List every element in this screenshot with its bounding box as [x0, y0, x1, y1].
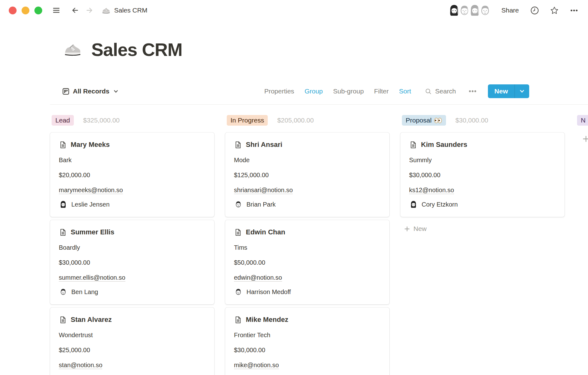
card-title-row: Shri Ansari	[234, 140, 381, 149]
amount-field[interactable]: $25,000.00	[59, 346, 205, 354]
card-stan-alvarez[interactable]: Stan Alvarez Wondertrust $25,000.00 stan…	[50, 308, 214, 375]
amount-field[interactable]: $20,000.00	[59, 171, 205, 179]
card-summer-ellis[interactable]: Summer Ellis Boardly $30,000.00 summer.e…	[50, 220, 214, 304]
owner-field[interactable]: Brian Park	[234, 200, 381, 209]
email-field: shriansari@notion.so	[234, 186, 381, 194]
owner-name: Harrison Medoff	[246, 288, 291, 296]
card-title-row: Mike Mendez	[234, 315, 381, 324]
amount-field[interactable]: $50,000.00	[234, 258, 381, 267]
updates-button[interactable]	[530, 6, 539, 15]
amount-field[interactable]: $30,000.00	[59, 258, 205, 267]
card-name[interactable]: Stan Alvarez	[71, 315, 112, 324]
board-column-proposal: Proposal $30,000.00 Kim Saunders Summly …	[400, 114, 565, 232]
subgroup-menu-item[interactable]: Sub-group	[333, 88, 364, 95]
presence-avatar-4[interactable]	[478, 3, 492, 17]
minimize-window-button[interactable]	[22, 7, 29, 14]
card-title-row: Mary Meeks	[59, 140, 205, 149]
column-sum: $325,000.00	[83, 117, 120, 124]
toolbar-divider	[50, 104, 588, 105]
back-button[interactable]	[69, 4, 81, 16]
favorite-button[interactable]	[550, 6, 559, 15]
page-title[interactable]: Sales CRM	[91, 39, 182, 60]
column-header: Proposal $30,000.00	[400, 114, 565, 127]
company-field[interactable]: Frontier Tech	[234, 331, 381, 339]
status-badge-in-progress[interactable]: In Progress	[227, 115, 268, 126]
new-record-button[interactable]: New	[488, 84, 529, 98]
view-options-button[interactable]	[468, 87, 477, 96]
new-button-label[interactable]: New	[488, 84, 514, 98]
card-name[interactable]: Kim Saunders	[421, 140, 467, 149]
sidebar-menu-button[interactable]	[50, 4, 62, 16]
page-icon	[234, 141, 242, 149]
page-icon	[234, 316, 242, 324]
breadcrumb-title: Sales CRM	[114, 7, 147, 14]
view-name: All Records	[73, 88, 109, 95]
email-link[interactable]: stan@notion.so	[59, 362, 102, 369]
page-icon	[234, 228, 242, 236]
email-link[interactable]: ks12@notion.so	[409, 187, 454, 194]
owner-name: Brian Park	[246, 200, 276, 209]
owner-name: Ben Lang	[71, 288, 98, 296]
owner-field[interactable]: Leslie Jensen	[59, 200, 205, 209]
chevron-down-icon	[519, 88, 525, 94]
new-button-dropdown[interactable]	[515, 84, 529, 98]
kanban-board: Lead $325,000.00 Mary Meeks Bark $20,000…	[50, 114, 588, 375]
share-button[interactable]: Share	[501, 7, 519, 14]
company-field[interactable]: Tims	[234, 243, 381, 252]
add-card-label: New	[413, 225, 427, 232]
card-mary-meeks[interactable]: Mary Meeks Bark $20,000.00 marymeeks@not…	[50, 132, 214, 217]
properties-menu-item[interactable]: Properties	[264, 88, 294, 95]
close-window-button[interactable]	[9, 7, 17, 14]
badge-label: Proposal	[406, 116, 432, 125]
email-link[interactable]: marymeeks@notion.so	[59, 187, 123, 194]
card-name[interactable]: Mike Mendez	[246, 315, 288, 324]
email-link[interactable]: shriansari@notion.so	[234, 187, 293, 194]
avatar-leslie-jensen	[59, 200, 68, 209]
company-field[interactable]: Boardly	[59, 243, 205, 252]
avatar-harrison-medoff	[234, 288, 243, 296]
company-field[interactable]: Summly	[409, 156, 556, 164]
add-card-button[interactable]: New	[404, 225, 565, 232]
company-field[interactable]: Mode	[234, 156, 381, 164]
email-link[interactable]: summer.ellis@notion.so	[59, 274, 125, 282]
group-menu-item[interactable]: Group	[305, 88, 323, 95]
page-icon	[409, 141, 417, 149]
add-card-button[interactable]	[582, 135, 588, 142]
view-settings-menu: Properties Group Sub-group Filter Sort	[264, 88, 411, 95]
card-name[interactable]: Mary Meeks	[71, 140, 110, 149]
avatar-ben-lang	[59, 288, 68, 296]
status-badge-clipped[interactable]: N	[577, 115, 588, 126]
card-edwin-chan[interactable]: Edwin Chan Tims $50,000.00 edwin@notion.…	[225, 220, 389, 304]
search-button[interactable]: Search	[425, 88, 456, 95]
owner-field[interactable]: Cory Etzkorn	[409, 200, 556, 209]
amount-field[interactable]: $125,000.00	[234, 171, 381, 179]
view-switcher[interactable]: All Records	[62, 88, 119, 95]
email-field: ks12@notion.so	[409, 186, 556, 194]
owner-field[interactable]: Harrison Medoff	[234, 288, 381, 296]
forward-button[interactable]	[84, 4, 95, 16]
card-mike-mendez[interactable]: Mike Mendez Frontier Tech $30,000.00 mik…	[225, 308, 389, 375]
owner-field[interactable]: Ben Lang	[59, 288, 205, 296]
status-badge-proposal[interactable]: Proposal	[402, 115, 446, 126]
card-title-row: Kim Saunders	[409, 140, 556, 149]
card-name[interactable]: Shri Ansari	[246, 140, 282, 149]
zoom-window-button[interactable]	[34, 7, 42, 14]
company-field[interactable]: Bark	[59, 156, 205, 164]
page-sneaker-icon[interactable]	[62, 39, 83, 60]
page-options-button[interactable]	[570, 6, 579, 15]
email-link[interactable]: mike@notion.so	[234, 362, 279, 369]
amount-field[interactable]: $30,000.00	[409, 171, 556, 179]
company-field[interactable]: Wondertrust	[59, 331, 205, 339]
card-name[interactable]: Edwin Chan	[246, 228, 285, 237]
filter-menu-item[interactable]: Filter	[374, 88, 389, 95]
email-link[interactable]: edwin@notion.so	[234, 274, 282, 282]
card-shri-ansari[interactable]: Shri Ansari Mode $125,000.00 shriansari@…	[225, 132, 389, 217]
card-kim-saunders[interactable]: Kim Saunders Summly $30,000.00 ks12@noti…	[400, 132, 565, 217]
breadcrumb[interactable]: Sales CRM	[101, 5, 147, 15]
status-badge-lead[interactable]: Lead	[52, 115, 74, 126]
card-name[interactable]: Summer Ellis	[71, 228, 114, 237]
sort-menu-item[interactable]: Sort	[399, 88, 411, 95]
presence-avatars[interactable]	[447, 3, 492, 17]
amount-field[interactable]: $30,000.00	[234, 346, 381, 354]
column-header: Lead $325,000.00	[50, 114, 214, 127]
